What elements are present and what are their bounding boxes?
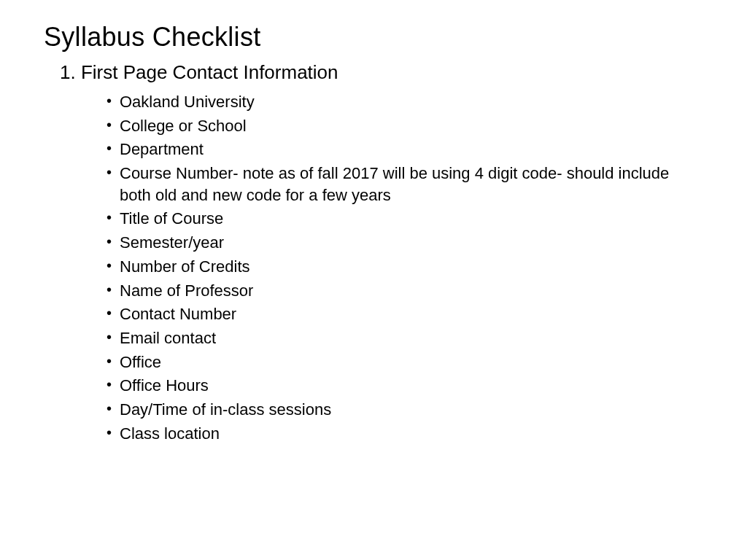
list-item: Contact Number bbox=[107, 303, 703, 325]
bullet-list: Oakland University College or School Dep… bbox=[107, 91, 703, 444]
list-item: Semester/year bbox=[107, 232, 703, 254]
list-item: Office Hours bbox=[107, 375, 703, 397]
list-item: Email contact bbox=[107, 327, 703, 349]
list-item: Course Number- note as of fall 2017 will… bbox=[107, 163, 703, 206]
list-item: Oakland University bbox=[107, 91, 703, 113]
list-item: Number of Credits bbox=[107, 256, 703, 278]
list-item: Department bbox=[107, 139, 703, 160]
list-item: Office bbox=[107, 351, 703, 373]
list-item: Day/Time of in-class sessions bbox=[107, 399, 703, 421]
slide-title: Syllabus Checklist bbox=[44, 22, 703, 52]
list-item: Title of Course bbox=[107, 208, 703, 230]
list-item: Name of Professor bbox=[107, 280, 703, 302]
section-heading: 1. First Page Contact Information bbox=[60, 61, 703, 84]
list-item: College or School bbox=[107, 115, 703, 137]
list-item: Class location bbox=[107, 423, 703, 445]
